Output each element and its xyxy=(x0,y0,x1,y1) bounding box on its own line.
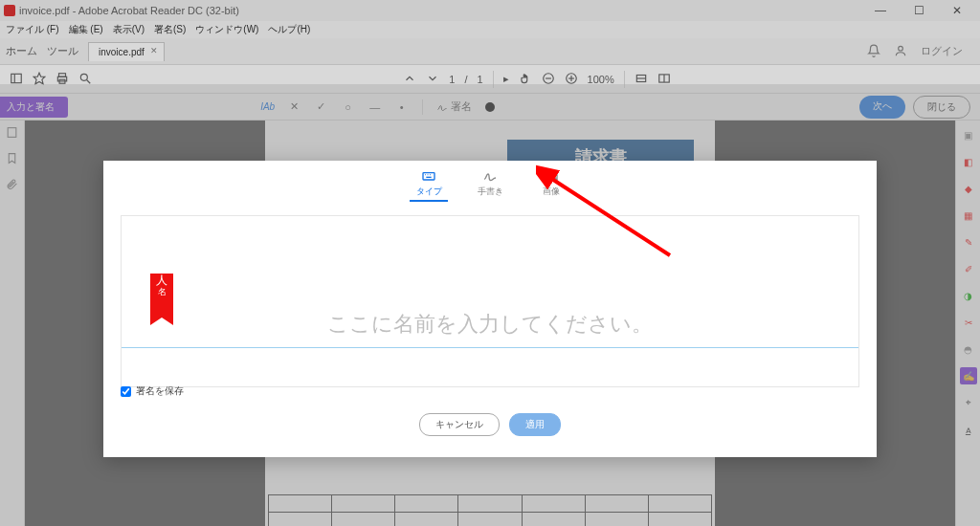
cancel-button[interactable]: キャンセル xyxy=(419,413,500,436)
window-titlebar: invoice.pdf - Adobe Acrobat Reader DC (3… xyxy=(0,0,980,21)
signature-baseline xyxy=(122,347,858,348)
signature-modal-tabs: タイプ 手書き 画像 xyxy=(103,161,877,206)
zoom-value[interactable]: 100% xyxy=(588,74,614,85)
save-signature-label: 署名を保存 xyxy=(136,384,184,398)
app-icon xyxy=(4,5,15,16)
signature-placeholder: ここに名前を入力してください。 xyxy=(122,310,858,339)
tab-draw[interactable]: 手書き xyxy=(471,168,509,202)
menubar: ファイル (F) 編集 (E) 表示(V) 署名(S) ウィンドウ(W) ヘルプ… xyxy=(0,21,980,38)
menu-window[interactable]: ウィンドウ(W) xyxy=(195,23,258,36)
save-signature-checkbox[interactable]: 署名を保存 xyxy=(121,384,184,398)
notification-icon[interactable] xyxy=(867,44,880,59)
close-tab-icon[interactable]: ✕ xyxy=(150,46,158,55)
apply-button[interactable]: 適用 xyxy=(509,413,561,436)
tab-image[interactable]: 画像 xyxy=(532,168,570,202)
page-total: 1 xyxy=(477,74,482,85)
close-window-button[interactable]: ✕ xyxy=(938,4,976,17)
signature-modal-overlay: タイプ 手書き 画像 人 名 ここに名前を入力してください。 署名を保存 キャ xyxy=(0,84,980,526)
signature-modal: タイプ 手書き 画像 人 名 ここに名前を入力してください。 署名を保存 キャ xyxy=(103,161,877,457)
svg-rect-1 xyxy=(11,74,22,82)
draw-icon xyxy=(482,168,498,184)
menu-sign[interactable]: 署名(S) xyxy=(154,23,186,36)
document-tab[interactable]: invoice.pdf ✕ xyxy=(88,42,165,61)
signature-input-area[interactable]: 人 名 ここに名前を入力してください。 xyxy=(121,215,859,387)
svg-rect-19 xyxy=(423,173,434,180)
account-icon[interactable] xyxy=(894,44,907,59)
nav-tools[interactable]: ツール xyxy=(47,44,78,58)
svg-point-7 xyxy=(80,74,87,80)
menu-help[interactable]: ヘルプ(H) xyxy=(268,23,310,36)
svg-point-0 xyxy=(899,46,903,51)
save-signature-input[interactable] xyxy=(121,386,131,397)
modal-buttons: キャンセル 適用 xyxy=(103,413,877,436)
document-tab-label: invoice.pdf xyxy=(99,47,145,57)
tab-bar: ホーム ツール invoice.pdf ✕ ログイン xyxy=(0,38,980,65)
keyboard-icon xyxy=(421,168,436,184)
login-link[interactable]: ログイン xyxy=(921,44,963,59)
page-current[interactable]: 1 xyxy=(449,74,455,85)
svg-line-8 xyxy=(87,79,91,83)
window-title: invoice.pdf - Adobe Acrobat Reader DC (3… xyxy=(19,5,239,16)
tab-type[interactable]: タイプ xyxy=(410,168,448,202)
tab-image-label: 画像 xyxy=(543,186,560,198)
tab-type-label: タイプ xyxy=(416,186,442,198)
maximize-button[interactable]: ☐ xyxy=(900,4,938,17)
nav-home[interactable]: ホーム xyxy=(6,44,37,58)
page-sep: / xyxy=(464,74,467,85)
menu-view[interactable]: 表示(V) xyxy=(113,23,145,36)
minimize-button[interactable]: — xyxy=(861,4,900,17)
svg-rect-24 xyxy=(546,171,557,182)
menu-edit[interactable]: 編集 (E) xyxy=(69,23,103,36)
svg-marker-3 xyxy=(33,73,45,84)
menu-file[interactable]: ファイル (F) xyxy=(6,23,59,36)
tab-draw-label: 手書き xyxy=(478,186,503,198)
image-icon xyxy=(544,168,559,184)
